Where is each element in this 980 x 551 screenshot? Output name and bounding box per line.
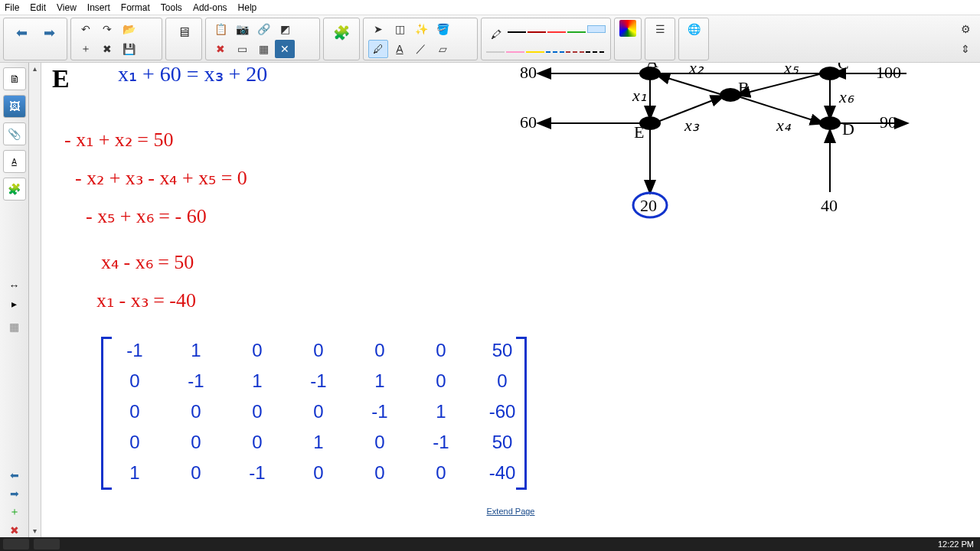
search-button[interactable] — [34, 539, 60, 549]
pen-darkred[interactable] — [528, 25, 546, 33]
vertical-scrollbar[interactable]: ▴ ▾ — [29, 63, 41, 537]
menu-bar: File Edit View Insert Format Tools Add-o… — [0, 0, 980, 15]
menu-insert[interactable]: Insert — [87, 2, 110, 13]
collapse-icon[interactable]: ↔ — [6, 279, 23, 292]
line-props-button[interactable]: ☰ — [650, 20, 670, 38]
globe-button[interactable]: 🌐 — [684, 20, 704, 38]
flow-90: 90 — [880, 112, 897, 132]
select-button[interactable]: ◫ — [390, 20, 410, 38]
gear-button[interactable]: ⚙ — [956, 20, 975, 38]
camera-button[interactable]: 📷 — [232, 20, 252, 38]
flow-100: 100 — [876, 63, 901, 82]
properties-button[interactable]: A — [3, 150, 26, 173]
main-toolbar: ⬅ ➡ ↶ ↷ 📂 ＋ ✖ 💾 🖥 📋 📷 🔗 ◩ ✖ ▭ ▦ ✕ 🧩 ➤ ◫ … — [0, 15, 980, 63]
shapes-button[interactable]: ◩ — [275, 20, 295, 38]
pen-colors: 🖍 — [481, 18, 611, 60]
paste-button[interactable]: 📋 — [211, 20, 230, 38]
text-button[interactable]: A — [390, 40, 410, 58]
delete-button[interactable]: ✖ — [211, 40, 230, 58]
page-sorter-button[interactable]: 🗎 — [3, 67, 26, 90]
delete-page-button[interactable]: ✖ — [97, 40, 117, 58]
svg-line-6 — [738, 73, 822, 95]
pens-button[interactable]: 🖊 — [368, 40, 388, 58]
link-button[interactable]: 🔗 — [253, 20, 273, 38]
del-red-button[interactable]: ✖ — [6, 523, 23, 537]
pen-dash-red[interactable] — [566, 45, 584, 53]
redo-button[interactable]: ↷ — [97, 20, 117, 38]
eq-2: - x₂ + x₃ - x₄ + x₅ = 0 — [75, 166, 247, 190]
scroll-down-icon[interactable]: ▾ — [29, 525, 41, 537]
close-tool-button[interactable]: ✕ — [275, 40, 295, 58]
svg-line-7 — [658, 75, 723, 95]
save-button[interactable]: 💾 — [119, 40, 139, 58]
matrix-row-3: 0000-11-60 — [118, 401, 519, 422]
var-x6: x₆ — [838, 87, 854, 106]
pen-dash-blue[interactable] — [546, 45, 564, 53]
network-diagram: 80 100 60 90 20 40 x₁ x₂ x₃ x₄ x₅ x₆ A B… — [493, 63, 922, 288]
new-page-button[interactable]: ＋ — [76, 40, 96, 58]
eraser-button[interactable]: ▱ — [433, 40, 452, 58]
props-group: ☰ — [645, 18, 675, 60]
open-button[interactable]: 📂 — [119, 20, 139, 38]
pen-blue-selected[interactable] — [587, 25, 606, 33]
pen-green[interactable] — [567, 25, 586, 33]
node-label-e: E — [52, 64, 70, 93]
flow-20: 20 — [640, 196, 657, 215]
start-button[interactable] — [3, 539, 29, 549]
add-green-button[interactable]: ＋ — [6, 505, 23, 519]
node-d: D — [842, 119, 854, 139]
scroll-up-icon[interactable]: ▴ — [29, 63, 41, 75]
attachments-button[interactable]: 📎 — [3, 122, 26, 145]
eq-4: x₄ - x₆ = 50 — [101, 250, 194, 274]
prev-page-button[interactable]: ⬅ — [8, 20, 34, 46]
nav-group: ⬅ ➡ — [3, 18, 67, 60]
screen-capture-button[interactable]: 🖥 — [171, 20, 197, 46]
move-toolbar-button[interactable]: ⇕ — [956, 40, 975, 58]
menu-help[interactable]: Help — [238, 2, 257, 13]
line-button[interactable]: ／ — [411, 40, 431, 58]
pen-gray[interactable] — [486, 45, 505, 53]
highlighter-icon[interactable]: 🖍 — [486, 25, 506, 44]
color-tools — [614, 18, 642, 60]
eq-top: x₁ + 60 = x₃ + 20 — [118, 63, 267, 86]
web-group: 🌐 — [678, 18, 709, 60]
extend-page-link[interactable]: Extend Page — [487, 507, 535, 516]
menu-edit[interactable]: Edit — [30, 2, 46, 13]
system-clock: 12:22 PM — [938, 540, 974, 549]
page-fwd-button[interactable]: ➡ — [6, 487, 23, 500]
menu-tools[interactable]: Tools — [161, 2, 182, 13]
puzzle-button[interactable]: 🧩 — [328, 20, 354, 46]
grid-icon: ▦ — [3, 315, 26, 338]
undo-button[interactable]: ↶ — [76, 20, 96, 38]
matrix-left-bracket — [101, 337, 112, 490]
menu-file[interactable]: File — [5, 2, 19, 13]
color-picker-button[interactable] — [619, 20, 636, 37]
svg-point-16 — [819, 116, 841, 130]
file-group: ↶ ↷ 📂 ＋ ✖ 💾 — [70, 18, 162, 60]
pen-yellow[interactable] — [526, 45, 544, 53]
menu-addons[interactable]: Add-ons — [193, 2, 227, 13]
menu-view[interactable]: View — [57, 2, 77, 13]
node-b: B — [738, 78, 750, 97]
magic-pen-button[interactable]: ✨ — [411, 20, 431, 38]
next-page-button[interactable]: ➡ — [36, 20, 62, 46]
page-back-button[interactable]: ⬅ — [6, 468, 23, 482]
flow-40: 40 — [821, 196, 838, 215]
menu-format[interactable]: Format — [121, 2, 150, 13]
node-e-diagram: E — [634, 122, 644, 142]
addons-tab-button[interactable]: 🧩 — [3, 178, 26, 201]
pen-pink[interactable] — [506, 45, 524, 53]
whiteboard-canvas[interactable]: E x₁ + 60 = x₃ + 20 - x₁ + x₂ = 50 - x₂ … — [41, 63, 980, 537]
pen-red[interactable] — [547, 25, 566, 33]
var-x2: x₂ — [688, 63, 704, 77]
table-button[interactable]: ▦ — [253, 40, 273, 58]
fill-button[interactable]: 🪣 — [433, 20, 452, 38]
pointer-button[interactable]: ➤ — [368, 20, 388, 38]
pen-dash-black[interactable] — [586, 45, 604, 53]
screen-shade-button[interactable]: ▭ — [232, 40, 252, 58]
matrix-row-1: -11000050 — [118, 340, 519, 361]
pen-black[interactable] — [508, 25, 526, 33]
expand-icon[interactable]: ▸ — [6, 297, 23, 311]
gallery-button[interactable]: 🖼 — [3, 95, 26, 118]
select-group: ➤ ◫ ✨ 🪣 🖊 A ／ ▱ — [363, 18, 478, 60]
